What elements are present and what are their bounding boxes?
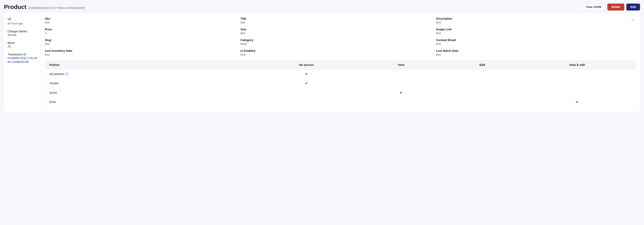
info-icon[interactable]: ? <box>66 72 68 75</box>
col-no-access: No access <box>252 63 360 67</box>
field-value: test <box>45 42 232 46</box>
field-category: Category test2 <box>240 38 428 46</box>
cell-view-edit: ✔ <box>523 100 631 104</box>
field-label: Last Batch Date <box>436 49 624 52</box>
field-value: true <box>240 53 428 56</box>
page-header: Product (01894f64-8632-51d7-6d5a-51d096a… <box>4 3 640 13</box>
field-label: Price <box>45 28 232 31</box>
fields-grid: Sku test Title test Description test Pri… <box>45 17 636 56</box>
partner-cell: All partners ? <box>49 72 252 76</box>
field-label: Sku <box>45 17 232 20</box>
field-label: Contact Email <box>436 38 624 42</box>
field-label: Category <box>240 38 428 42</box>
partner-name: Echo <box>49 100 56 104</box>
transaction-id-label: Transaction ID: <box>8 53 38 56</box>
field-last-batch-date: Last Batch Date test <box>436 49 624 56</box>
field-value: test2 <box>240 42 428 46</box>
field-description: Description test <box>436 17 624 24</box>
change-owner-label: Change Owner: <box>8 30 38 33</box>
version-label: v2 <box>8 17 38 21</box>
field-size: Size test <box>240 28 428 35</box>
field-value: test <box>436 31 624 35</box>
entity-id: (01894f64-8632-51d7-6d5a-51d096af445f) <box>28 6 84 10</box>
col-view: View <box>360 63 442 67</box>
view-json-button[interactable]: View JSON <box>582 4 605 11</box>
edit-button[interactable]: Edit <box>626 4 640 11</box>
partner-cell: Acme <box>49 91 252 94</box>
field-value: 1 <box>45 31 232 35</box>
field-is-enabled: Is Enabled true <box>240 49 428 56</box>
permissions-header-row: Partner No access View Edit View & edit <box>45 60 636 69</box>
partner-name: All partners <box>49 72 64 76</box>
cell-no-access: ✔ <box>252 72 360 76</box>
partner-cell: Echo <box>49 100 252 104</box>
field-value: test <box>45 21 232 24</box>
detail-card: v2 an hour ago Change Owner: Vendia Bloc… <box>4 13 640 112</box>
field-title: Title test <box>240 17 428 24</box>
block-value: 28 <box>8 45 38 48</box>
field-value: test <box>240 31 428 35</box>
version-time: an hour ago <box>8 22 38 25</box>
field-value: test <box>240 21 428 24</box>
field-label: Image Link <box>436 28 624 31</box>
field-value: test <box>436 21 624 24</box>
field-image-link: Image Link test <box>436 28 624 35</box>
field-contact-email: Contact Email test <box>436 38 624 46</box>
field-value: test <box>45 53 232 56</box>
partner-name: Vendia <box>49 82 58 85</box>
col-partner: Partner <box>49 63 252 67</box>
field-label: Description <box>436 17 624 20</box>
table-row: Vendia ✔ <box>45 79 636 88</box>
field-label: Size <box>240 28 428 31</box>
field-label: Is Enabled <box>240 49 428 52</box>
field-sku: Sku test <box>45 17 232 24</box>
block-label: Block: <box>8 41 38 45</box>
page-title: Product <box>4 4 26 10</box>
col-view-edit: View & edit <box>523 63 631 67</box>
field-label: Last Inventory Date <box>45 49 232 52</box>
collapse-toggle[interactable] <box>630 17 635 23</box>
table-row: All partners ? ✔ <box>45 69 636 79</box>
partner-cell: Vendia <box>49 82 252 85</box>
field-value: test <box>436 53 624 56</box>
field-label: Title <box>240 17 428 20</box>
permissions-table: Partner No access View Edit View & edit … <box>45 60 636 107</box>
field-slug: Slug test <box>45 38 232 46</box>
field-price: Price 1 <box>45 28 232 35</box>
table-row: Echo ✔ <box>45 97 636 107</box>
chevron-up-icon <box>631 18 635 22</box>
change-owner-value: Vendia <box>8 33 38 37</box>
field-label: Slug <box>45 38 232 42</box>
transaction-id-link[interactable]: 01894f65-829c-7c5c-8fb6-1ce9bcf3c2fb <box>8 56 38 64</box>
page-title-wrap: Product (01894f64-8632-51d7-6d5a-51d096a… <box>4 4 85 10</box>
cell-view: ✔ <box>360 91 442 94</box>
header-actions: View JSON Delete Edit <box>582 4 640 11</box>
col-edit: Edit <box>442 63 523 67</box>
field-value: test <box>436 42 624 46</box>
content-column: Sku test Title test Description test Pri… <box>40 17 636 107</box>
delete-button[interactable]: Delete <box>607 4 624 11</box>
meta-column: v2 an hour ago Change Owner: Vendia Bloc… <box>7 17 40 107</box>
table-row: Acme ✔ <box>45 88 636 97</box>
partner-name: Acme <box>49 91 57 94</box>
field-last-inventory-date: Last Inventory Date test <box>45 49 232 56</box>
cell-no-access: ✔ <box>252 82 360 85</box>
